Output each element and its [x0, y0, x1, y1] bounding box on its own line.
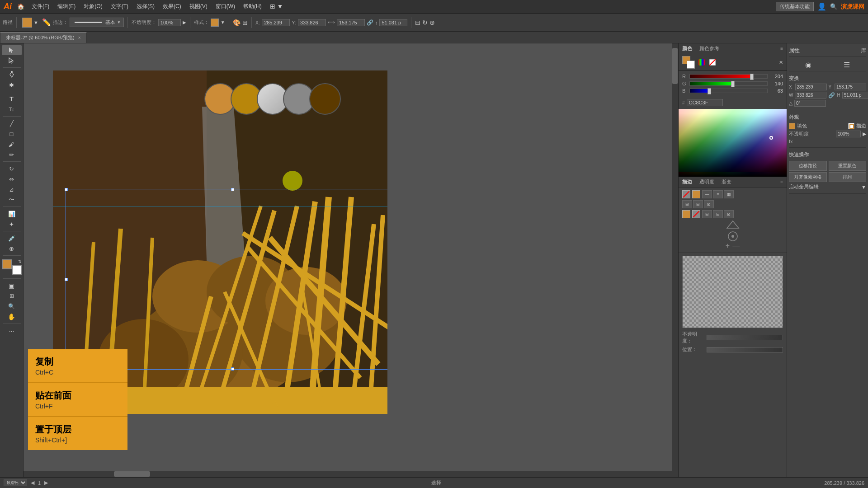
align-center-btn[interactable]: ⊞	[682, 200, 692, 208]
align-outside-btn[interactable]: ⊠	[704, 200, 714, 208]
fx-swatch[interactable]	[682, 210, 690, 218]
reflect-tool[interactable]: ⇔	[2, 174, 22, 184]
r-slider-track[interactable]	[689, 74, 768, 79]
opacity-expand-icon[interactable]: ▶	[863, 131, 866, 137]
canvas-area[interactable]: 复制 Ctrl+C 贴在前面 Ctrl+F 置于顶层 Shift+Ctrl+]	[24, 43, 678, 477]
none-icon[interactable]	[708, 58, 717, 66]
align-pixels-btn[interactable]: 对齐像素网格	[789, 172, 827, 182]
y-input[interactable]	[298, 19, 326, 26]
r-slider-thumb[interactable]	[750, 74, 754, 80]
menu-file[interactable]: 文件(F)	[28, 2, 53, 11]
menu-object[interactable]: 对象(O)	[80, 2, 106, 11]
scale-tool[interactable]: ⊿	[2, 184, 22, 194]
x-input[interactable]	[262, 19, 290, 26]
swap-colors-icon[interactable]: ⇅	[18, 259, 22, 264]
position-bar[interactable]	[707, 347, 783, 352]
scrollbar-thumb-v[interactable]	[672, 48, 678, 84]
panel-close-icon[interactable]: ✕	[779, 60, 783, 66]
g-slider-thumb[interactable]	[731, 81, 735, 87]
context-menu-copy[interactable]: 复制 Ctrl+C	[28, 349, 127, 383]
scrollbar-thumb-h[interactable]	[114, 471, 150, 477]
search-icon[interactable]: 🔍	[830, 3, 837, 10]
more-tools[interactable]: ···	[2, 326, 22, 336]
graph-tool[interactable]: 📊	[2, 209, 22, 219]
style-arrow[interactable]: ▼	[221, 20, 225, 25]
rotate-tool[interactable]: ↻	[2, 164, 22, 174]
vertical-scrollbar[interactable]	[672, 43, 678, 477]
recolor-icon[interactable]: 🎨	[233, 19, 241, 26]
stroke-pattern-btn[interactable]: ▦	[724, 190, 734, 198]
active-tab[interactable]: 未标题-2* @ 600% (RGB/预览) ×	[0, 32, 87, 43]
appearance-menu[interactable]: ≡	[780, 179, 783, 184]
zoom-tool[interactable]: 🔍	[2, 301, 22, 311]
angle-input[interactable]	[794, 100, 826, 107]
menu-select[interactable]: 选择(S)	[133, 2, 158, 11]
warp-tool[interactable]: 〜	[2, 195, 22, 205]
workspace-button[interactable]: 传统基本功能	[776, 2, 814, 11]
spectrum-icon[interactable]	[698, 58, 706, 66]
pen-tool[interactable]	[2, 70, 22, 80]
eyedropper-tool[interactable]: 💉	[2, 233, 22, 243]
x-value-input[interactable]	[795, 84, 827, 90]
menu-help[interactable]: 帮助(H)	[240, 2, 265, 11]
opacity-input[interactable]	[158, 19, 181, 26]
props-icon1[interactable]: ◉	[805, 61, 811, 69]
h-value-input[interactable]	[842, 92, 868, 99]
nav-prev[interactable]: ◀	[31, 480, 34, 486]
pencil-tool[interactable]: ✏	[2, 150, 22, 160]
b-slider-thumb[interactable]	[708, 88, 711, 94]
stroke-extra3[interactable]: ⊠	[724, 210, 734, 218]
fx-none-swatch[interactable]	[692, 210, 700, 218]
context-menu-bring-to-front[interactable]: 置于顶层 Shift+Ctrl+]	[28, 417, 127, 450]
reset-color-btn[interactable]: 重置颜色	[829, 161, 867, 171]
stroke-box-prop[interactable]	[848, 123, 854, 129]
hue-bar[interactable]	[679, 172, 787, 177]
opacity-input-prop[interactable]	[836, 131, 861, 137]
opacity-bar[interactable]	[707, 335, 783, 340]
type-tool[interactable]: T	[2, 94, 22, 104]
props-icon2[interactable]: ☰	[844, 61, 850, 69]
height-input[interactable]	[379, 19, 407, 26]
link-icon[interactable]: 🔗	[367, 19, 373, 26]
align-inside-btn[interactable]: ⊟	[693, 200, 703, 208]
fill-color-swatch[interactable]	[2, 259, 12, 269]
artboard-tool[interactable]: ⊞	[2, 291, 22, 301]
hand-tool[interactable]: ✋	[2, 312, 22, 322]
fill-color-picker[interactable]: ▼	[20, 17, 40, 28]
offset-path-btn[interactable]: 位移路径	[789, 161, 827, 171]
nav-next[interactable]: ▶	[44, 480, 48, 486]
menu-extra[interactable]: ⊞ ▼	[266, 2, 287, 11]
stroke-solid-btn[interactable]: —	[702, 190, 712, 198]
width-input[interactable]	[337, 19, 365, 26]
menu-window[interactable]: 窗口(W)	[212, 2, 239, 11]
direct-selection-tool[interactable]	[2, 56, 22, 66]
grid-icon[interactable]: ⊞	[242, 19, 248, 26]
stroke-indicator[interactable]	[687, 61, 695, 69]
context-menu-paste-front[interactable]: 贴在前面 Ctrl+F	[28, 383, 127, 417]
stroke-icon[interactable]: ✏️	[42, 18, 51, 27]
stroke-none-swatch[interactable]	[682, 190, 690, 198]
stroke-color-swatch[interactable]	[12, 265, 22, 275]
menu-view[interactable]: 视图(V)	[186, 2, 211, 11]
stroke-extra1[interactable]: ⊞	[702, 210, 712, 218]
home-icon[interactable]: 🏠	[17, 3, 24, 10]
hex-color-input[interactable]	[687, 99, 723, 106]
paintbrush-tool[interactable]: 🖌	[2, 139, 22, 149]
blend-tool[interactable]: ⊕	[2, 244, 22, 253]
rectangle-tool[interactable]: □	[2, 129, 22, 139]
fx-icon1[interactable]: +	[726, 242, 730, 250]
fill-color-box[interactable]	[789, 123, 795, 129]
horizontal-scrollbar[interactable]	[24, 471, 672, 477]
selection-tool[interactable]	[2, 45, 22, 55]
w-value-input[interactable]	[795, 92, 826, 99]
transform-icon[interactable]: ↻	[422, 19, 428, 26]
color-spectrum[interactable]	[679, 109, 787, 177]
menu-edit[interactable]: 编辑(E)	[54, 2, 79, 11]
screen-mode-icon[interactable]: ▣	[2, 281, 22, 291]
link-prop-icon[interactable]: 🔗	[828, 92, 835, 99]
y-value-input[interactable]	[835, 84, 866, 90]
symbol-tool[interactable]: ✦	[2, 219, 22, 229]
vertical-type-tool[interactable]: T↕	[2, 104, 22, 114]
tab-close-button[interactable]: ×	[78, 35, 81, 40]
menu-effect[interactable]: 效果(C)	[159, 2, 185, 11]
